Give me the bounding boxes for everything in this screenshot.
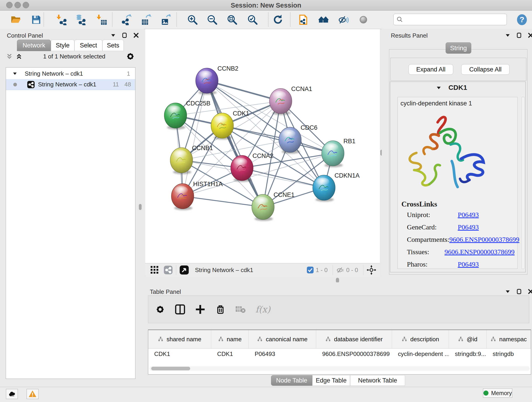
control-panel-tabs: NetworkStyleSelectSets: [17, 40, 124, 51]
tree-expand-icon[interactable]: [12, 71, 17, 76]
preview-icon[interactable]: [357, 13, 370, 26]
column-header-sharedname[interactable]: shared name: [148, 330, 211, 348]
export-image-icon[interactable]: [159, 13, 172, 26]
table-cell[interactable]: CDK1: [211, 351, 249, 357]
string-style-icon[interactable]: [164, 265, 173, 274]
delete-table-icon[interactable]: [235, 304, 246, 315]
panel-close-icon[interactable]: [528, 32, 532, 38]
crosslink-value[interactable]: P06493: [458, 223, 479, 231]
panel-float-icon[interactable]: [110, 32, 116, 38]
node-RB1[interactable]: RB1: [322, 138, 355, 166]
node-CCNB2[interactable]: CCNB2: [196, 65, 239, 93]
column-header-description[interactable]: description: [392, 330, 449, 348]
table-cell[interactable]: stringdb: [487, 351, 531, 357]
node-CDK1[interactable]: CDK1: [211, 110, 249, 138]
expand-all-button[interactable]: Expand All: [409, 64, 453, 75]
export-network-icon[interactable]: [120, 13, 133, 26]
panel-maximize-icon[interactable]: [122, 32, 127, 38]
node-CCNE1[interactable]: CCNE1: [252, 191, 295, 220]
column-header-databaseidentifier[interactable]: database identifier: [316, 330, 392, 348]
hidden-eye-icon[interactable]: [336, 266, 344, 274]
crosslink-value[interactable]: P06493: [458, 211, 479, 219]
column-header-id[interactable]: @id: [449, 330, 487, 348]
show-columns-icon[interactable]: [175, 304, 185, 315]
save-session-icon[interactable]: [30, 13, 43, 26]
horizontal-splitter-handle[interactable]: [336, 278, 339, 283]
node-HIST1H1A[interactable]: HIST1H1A: [171, 181, 223, 209]
table-cell[interactable]: cyclin-dependent ...: [392, 351, 449, 357]
table-cell[interactable]: 9606.ENSP00000378699: [316, 351, 392, 357]
tab-edge-table[interactable]: Edge Table: [312, 375, 350, 386]
tab-string[interactable]: String: [446, 42, 471, 54]
table-row[interactable]: CDK1CDK1P064939606.ENSP00000378699cyclin…: [148, 349, 531, 359]
birdseye-icon[interactable]: [179, 265, 189, 275]
zoom-fit-icon[interactable]: [226, 13, 239, 26]
function-builder-icon[interactable]: f(x): [255, 304, 270, 314]
search-input[interactable]: [403, 16, 507, 23]
network-row-selected[interactable]: String Network – cdk1 11 48: [6, 79, 135, 90]
edge-HIST1H1A-CCNE1[interactable]: [183, 196, 263, 207]
crosslink-value[interactable]: P06493: [458, 260, 479, 268]
network-svg[interactable]: CCNB2CCNA1CDC25BCDK1CDC6RB1CCNB1CCNA2CDK…: [145, 29, 380, 263]
add-column-icon[interactable]: [195, 304, 206, 315]
panel-maximize-icon[interactable]: [516, 32, 522, 38]
node-CDKN1A[interactable]: CDKN1A: [313, 172, 360, 200]
collapse-all-button[interactable]: Collapse All: [461, 64, 510, 75]
tab-sets[interactable]: Sets: [102, 40, 124, 51]
panel-close-icon[interactable]: [133, 32, 139, 38]
zoom-selected-icon[interactable]: [246, 13, 259, 26]
table-hscroll-thumb[interactable]: [151, 367, 190, 370]
tab-network-table[interactable]: Network Table: [350, 375, 405, 386]
warning-button[interactable]: [27, 389, 38, 399]
share-document-icon[interactable]: [297, 13, 310, 26]
vertical-splitter-handle[interactable]: [139, 204, 142, 210]
panel-close-icon[interactable]: [528, 289, 532, 294]
tab-network[interactable]: Network: [17, 40, 51, 51]
node-CCNA1[interactable]: CCNA1: [269, 85, 312, 114]
export-table-icon[interactable]: [139, 13, 152, 26]
column-header-name[interactable]: name: [211, 330, 249, 348]
panel-maximize-icon[interactable]: [516, 289, 522, 294]
node-CCNB1[interactable]: CCNB1: [170, 145, 213, 173]
table-cell[interactable]: P06493: [249, 351, 316, 357]
cloud-button[interactable]: [6, 389, 18, 399]
search-field[interactable]: [393, 14, 507, 25]
import-network-file-icon[interactable]: [56, 13, 69, 26]
table-gear-icon[interactable]: [155, 304, 165, 314]
table-cell[interactable]: stringdb:9...: [449, 351, 487, 357]
zoom-out-icon[interactable]: [206, 13, 219, 26]
import-network-database-icon[interactable]: [75, 13, 88, 26]
network-canvas[interactable]: CCNB2CCNA1CDC25BCDK1CDC6RB1CCNB1CCNA2CDK…: [145, 29, 380, 263]
import-table-file-icon[interactable]: [96, 13, 109, 26]
selected-checkbox-icon[interactable]: [307, 266, 314, 274]
gear-icon[interactable]: [126, 52, 135, 61]
hide-panel-icon[interactable]: [337, 13, 350, 26]
crosslink-value[interactable]: 9606.ENSP00000378699: [444, 248, 515, 256]
tab-select[interactable]: Select: [75, 40, 102, 51]
collapse-all-icon[interactable]: [6, 53, 13, 60]
refresh-layout-icon[interactable]: [272, 13, 284, 26]
fit-content-icon[interactable]: [367, 265, 376, 275]
network-collection-row[interactable]: String Network – cdk1 1: [6, 69, 135, 79]
results-scrollbar[interactable]: [522, 97, 525, 269]
panel-float-icon[interactable]: [505, 32, 510, 38]
tab-node-table[interactable]: Node Table: [271, 375, 312, 386]
edge-CCNB2-HIST1H1A[interactable]: [183, 81, 207, 196]
edge-CCNB2-CCNE1[interactable]: [207, 81, 263, 207]
grid-view-icon[interactable]: [150, 266, 159, 274]
node-label: CCNE1: [273, 191, 295, 198]
table-cell[interactable]: CDK1: [148, 351, 211, 357]
open-session-icon[interactable]: [9, 13, 22, 26]
help-icon[interactable]: ?: [515, 13, 528, 26]
crosslink-value[interactable]: 9606.ENSP00000378699: [449, 236, 519, 243]
home-icon[interactable]: [317, 13, 330, 26]
table-hscrollbar[interactable]: [149, 366, 530, 371]
tab-style[interactable]: Style: [51, 40, 75, 51]
column-header-canonicalname[interactable]: canonical name: [249, 330, 316, 348]
memory-button[interactable]: Memory: [483, 389, 512, 398]
column-header-namespac[interactable]: namespac: [487, 330, 531, 348]
panel-float-icon[interactable]: [505, 289, 510, 294]
expand-all-icon[interactable]: [15, 53, 23, 60]
zoom-in-icon[interactable]: [186, 13, 199, 26]
delete-column-icon[interactable]: [215, 304, 226, 315]
